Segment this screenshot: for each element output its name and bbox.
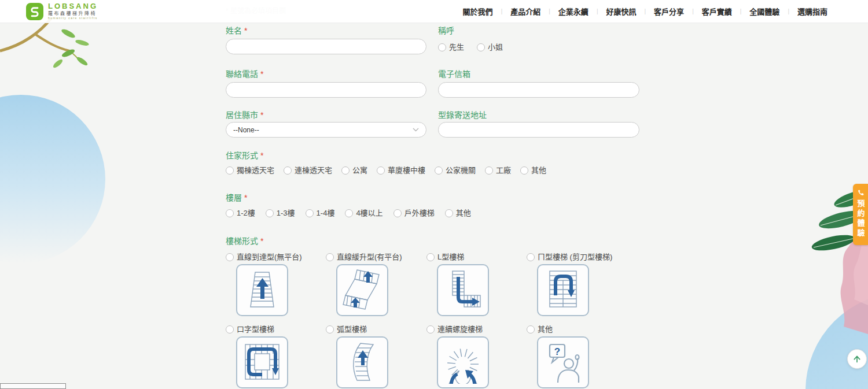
arrow-up-icon <box>852 354 862 364</box>
radio-circle-icon[interactable] <box>438 43 446 51</box>
radio-townhouse[interactable]: 連棟透天宅 <box>284 166 332 175</box>
radio-circle-icon[interactable] <box>527 325 535 334</box>
nav-divider: | <box>692 8 694 14</box>
radio-label: 工廠 <box>496 166 511 175</box>
radio-stair-u-shape[interactable]: ㄇ型樓梯 (剪刀型樓梯) <box>527 253 627 262</box>
name-input[interactable] <box>226 39 426 54</box>
radio-circle-icon[interactable] <box>345 209 353 217</box>
chevron-down-icon <box>413 128 419 132</box>
radio-circle-icon[interactable] <box>226 209 234 217</box>
radio-circle-icon[interactable] <box>226 253 234 261</box>
radio-circle-icon[interactable] <box>426 325 435 334</box>
radio-home-other[interactable]: 其他 <box>520 166 546 175</box>
home-type-label-text: 住家形式 <box>226 151 258 160</box>
nav-sustainability[interactable]: 企業永續 <box>558 6 589 17</box>
radio-circle-icon[interactable] <box>326 325 334 334</box>
city-select[interactable]: --None-- <box>226 122 426 138</box>
radio-factory[interactable]: 工廠 <box>485 166 511 175</box>
radio-circle-icon[interactable] <box>326 253 334 261</box>
radio-label: 1-3樓 <box>277 209 295 218</box>
radio-stair-arc[interactable]: 弧型樓梯 <box>326 325 426 334</box>
radio-government[interactable]: 公家機關 <box>435 166 476 175</box>
radio-circle-icon[interactable] <box>485 166 493 175</box>
radio-circle-icon[interactable] <box>226 166 234 175</box>
radio-stair-square-spiral[interactable]: 口字型樓梯 <box>226 325 326 334</box>
radio-label: 連棟透天宅 <box>295 166 332 175</box>
radio-mr-label: 先生 <box>449 43 464 52</box>
radio-circle-icon[interactable] <box>426 253 435 261</box>
radio-circle-icon[interactable] <box>284 166 292 175</box>
email-label-text: 電子信箱 <box>438 69 470 79</box>
radio-floor-outdoor[interactable]: 戶外樓梯 <box>393 209 435 218</box>
radio-detached-house[interactable]: 獨棟透天宅 <box>226 166 274 175</box>
radio-circle-icon[interactable] <box>341 166 350 175</box>
radio-label: 直線緩升型(有平台) <box>337 253 402 262</box>
radio-circle-icon[interactable] <box>266 209 274 217</box>
radio-stair-l-shape[interactable]: L型樓梯 <box>426 253 527 262</box>
radio-floor-4plus[interactable]: 4樓以上 <box>345 209 382 218</box>
radio-apartment[interactable]: 公寓 <box>341 166 367 175</box>
radio-floor-other[interactable]: 其他 <box>445 209 471 218</box>
salutation-radio-group: 先生 小姐 <box>438 43 503 52</box>
stair-option-l-shape: L型樓梯 <box>426 253 527 316</box>
radio-label: 獨棟透天宅 <box>237 166 274 175</box>
radio-circle-icon[interactable] <box>377 166 385 175</box>
stair-u-shape-icon <box>542 269 584 312</box>
radio-floor-1-4[interactable]: 1-4樓 <box>306 209 335 218</box>
phone-input[interactable] <box>226 82 426 98</box>
stair-option-arc: 弧型樓梯 <box>326 325 426 388</box>
stair-option-other: 其他 ? <box>527 325 627 388</box>
radio-label: 戶外樓梯 <box>404 209 435 218</box>
salutation-label: 稱呼 <box>438 24 454 36</box>
email-input[interactable] <box>438 82 639 98</box>
nav-products[interactable]: 產品介紹 <box>510 6 540 17</box>
radio-label: 弧型樓梯 <box>337 325 367 334</box>
radio-circle-icon[interactable] <box>393 209 402 217</box>
nav-divider: | <box>549 8 550 14</box>
radio-stair-spiral[interactable]: 連續螺旋樓梯 <box>426 325 527 334</box>
nav-national-experience[interactable]: 全國體驗 <box>749 6 779 17</box>
logo-tagline: humanity care stairlifts <box>48 17 98 20</box>
floor-label-text: 樓層 <box>226 193 242 202</box>
logo-s-icon <box>26 3 43 20</box>
catalog-address-input[interactable] <box>438 122 639 138</box>
radio-circle-icon[interactable] <box>527 253 535 261</box>
radio-stair-gradual[interactable]: 直線緩升型(有平台) <box>326 253 426 262</box>
required-asterisk: * <box>244 193 247 202</box>
question-person-icon: ? <box>542 341 584 384</box>
stair-straight-image <box>236 264 288 316</box>
nav-customer-results[interactable]: 客戶實績 <box>702 6 732 17</box>
radio-label: 4樓以上 <box>356 209 382 218</box>
radio-circle-icon[interactable] <box>226 325 234 334</box>
radio-miss[interactable]: 小姐 <box>477 43 503 52</box>
phone-icon <box>857 189 865 197</box>
logo[interactable]: LOBSANG 羅布森樓梯升降椅 humanity care stairlift… <box>26 2 98 20</box>
reserve-experience-button[interactable]: 預約體驗 <box>853 184 868 245</box>
radio-mr[interactable]: 先生 <box>438 43 464 52</box>
radio-stair-straight[interactable]: 直線到達型(無平台) <box>226 253 326 262</box>
city-select-value: --None-- <box>233 126 259 134</box>
decor-blue-circle-bottom-right <box>806 292 868 389</box>
radio-circle-icon[interactable] <box>435 166 443 175</box>
radio-circle-icon[interactable] <box>445 209 453 217</box>
radio-circle-icon[interactable] <box>520 166 528 175</box>
stair-option-straight: 直線到達型(無平台) <box>226 253 326 316</box>
radio-duplex[interactable]: 華廈樓中樓 <box>377 166 425 175</box>
stair-straight-icon <box>241 269 284 312</box>
required-asterisk: * <box>244 26 247 35</box>
nav-about[interactable]: 關於我們 <box>463 6 493 17</box>
floor-label: 樓層* <box>226 191 247 203</box>
scroll-to-top-button[interactable] <box>847 349 867 369</box>
nav-divider: | <box>740 8 742 14</box>
radio-stair-other[interactable]: 其他 <box>527 325 627 334</box>
nav-customer-sharing[interactable]: 客戶分享 <box>654 6 684 17</box>
nav-buying-guide[interactable]: 選購指南 <box>797 6 827 17</box>
nav-news[interactable]: 好康快訊 <box>606 6 636 17</box>
stair-gradual-image <box>336 264 388 316</box>
radio-floor-1-2[interactable]: 1-2樓 <box>226 209 255 218</box>
stair-option-u-shape: ㄇ型樓梯 (剪刀型樓梯) <box>527 253 627 316</box>
stair-arc-icon <box>341 341 384 384</box>
radio-floor-1-3[interactable]: 1-3樓 <box>266 209 295 218</box>
radio-circle-icon[interactable] <box>306 209 314 217</box>
radio-circle-icon[interactable] <box>477 43 485 51</box>
